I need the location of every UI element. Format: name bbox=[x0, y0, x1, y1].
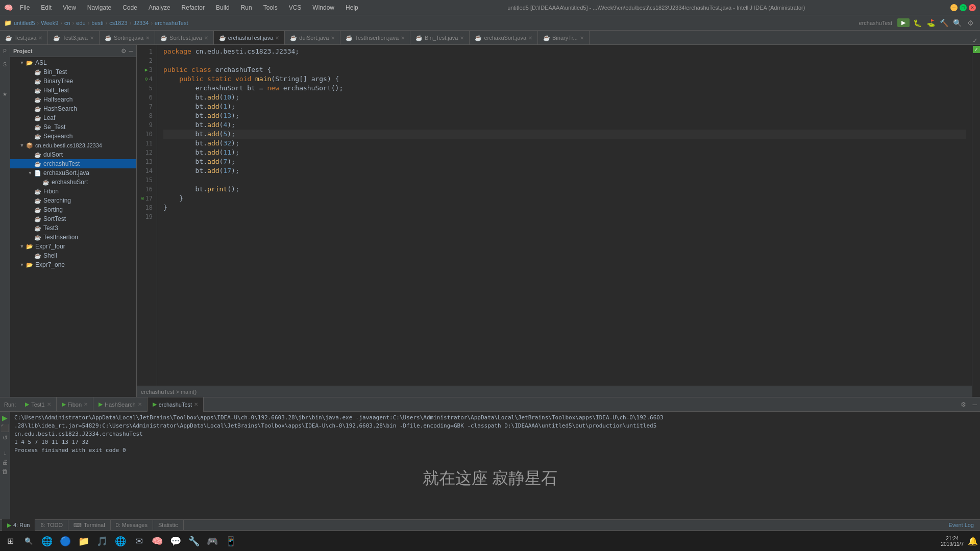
run-tab-test1[interactable]: ▶ Test1 ✕ bbox=[20, 397, 56, 412]
run-close-icon[interactable]: ─ bbox=[969, 401, 980, 408]
run-print-icon[interactable]: 🖨 bbox=[2, 459, 8, 466]
run-restart-icon[interactable]: ↺ bbox=[3, 434, 8, 441]
project-settings-icon[interactable]: ⚙ bbox=[121, 47, 127, 55]
tree-shell[interactable]: ☕ Shell bbox=[10, 251, 136, 260]
project-panel-icon[interactable]: P bbox=[1, 47, 9, 55]
tree-searching[interactable]: ☕ Searching bbox=[10, 196, 136, 205]
menu-code[interactable]: Code bbox=[118, 3, 141, 12]
tree-bin-test[interactable]: ☕ Bin_Test bbox=[10, 67, 136, 77]
run-settings-icon[interactable]: ⚙ bbox=[958, 401, 969, 408]
menu-run[interactable]: Run bbox=[237, 3, 256, 12]
menu-view[interactable]: View bbox=[59, 3, 80, 12]
menu-analyze[interactable]: Analyze bbox=[144, 3, 175, 12]
run-tab-close[interactable]: ✕ bbox=[138, 402, 142, 407]
tab-erchashutest-java[interactable]: ☕erchashuTest.java✕ bbox=[214, 31, 285, 44]
favorites-icon[interactable]: ★ bbox=[1, 90, 9, 98]
taskbar-mail-icon[interactable]: ✉ bbox=[131, 533, 147, 549]
taskbar-intellij-icon[interactable]: 🧠 bbox=[149, 533, 165, 549]
maximize-button[interactable]: □ bbox=[960, 4, 967, 11]
run-tab-close[interactable]: ✕ bbox=[47, 402, 51, 407]
tab-test3-java[interactable]: ☕Test3.java✕ bbox=[48, 31, 100, 44]
project-collapse-icon[interactable]: ─ bbox=[129, 47, 133, 55]
nav-crumb-erchashut[interactable]: erchashuTest bbox=[155, 20, 188, 26]
tree-erchaxusort-file[interactable]: ▼ 📄 erchaxuSort.java bbox=[10, 168, 136, 178]
windows-start-button[interactable]: ⊞ bbox=[2, 533, 18, 549]
coverage-button[interactable]: ⛳ bbox=[925, 17, 936, 29]
taskbar-phone-icon[interactable]: 📱 bbox=[223, 533, 239, 549]
close-button[interactable]: ✕ bbox=[969, 4, 976, 11]
settings-button[interactable]: ⚙ bbox=[965, 17, 976, 29]
tree-test3[interactable]: ☕ Test3 bbox=[10, 223, 136, 233]
tree-asl-folder[interactable]: ▼ 📂 ASL bbox=[10, 58, 136, 67]
menu-vcs[interactable]: VCS bbox=[285, 3, 306, 12]
event-log-link[interactable]: Event Log bbox=[944, 522, 978, 528]
expand-tabs-button[interactable]: ✓ bbox=[970, 37, 980, 44]
taskbar-chrome-icon[interactable]: 🌐 bbox=[112, 533, 129, 549]
menu-edit[interactable]: Edit bbox=[37, 3, 56, 12]
menu-navigate[interactable]: Navigate bbox=[83, 3, 115, 12]
tab-sorttest-java[interactable]: ☕SortTest.java✕ bbox=[155, 31, 214, 44]
run-tab-close[interactable]: ✕ bbox=[194, 402, 198, 407]
taskbar-game-icon[interactable]: 🎮 bbox=[204, 533, 220, 549]
taskbar-wechat-icon[interactable]: 💬 bbox=[167, 533, 184, 549]
tab-binarytree-java[interactable]: ☕BinaryTr...✕ bbox=[538, 31, 590, 44]
nav-crumb-besti[interactable]: besti bbox=[91, 20, 103, 26]
tree-binary-tree[interactable]: ☕ BinaryTree bbox=[10, 77, 136, 86]
code-editor[interactable]: package cn.edu.besti.cs1823.J2334; publi… bbox=[157, 45, 972, 386]
bottom-tab-messages[interactable]: 0: Messages bbox=[111, 519, 153, 531]
tree-testinsertion[interactable]: ☕ TestInsertion bbox=[10, 233, 136, 242]
tab-sorting-java[interactable]: ☕Sorting.java✕ bbox=[100, 31, 155, 44]
tab-erchaxusort-java[interactable]: ☕erchaxuSort.java✕ bbox=[470, 31, 538, 44]
tree-leaf[interactable]: ☕ Leaf bbox=[10, 113, 136, 122]
nav-crumb-week9[interactable]: Week9 bbox=[41, 20, 58, 26]
tree-sorttest[interactable]: ☕ SortTest bbox=[10, 214, 136, 223]
run-tab-close[interactable]: ✕ bbox=[84, 402, 88, 407]
minimize-button[interactable]: ─ bbox=[950, 4, 958, 11]
taskbar-notification[interactable]: 🔔 bbox=[968, 536, 978, 546]
run-button[interactable]: ▶ bbox=[897, 18, 910, 27]
build-button[interactable]: 🔨 bbox=[938, 17, 949, 29]
tab-test-java[interactable]: ☕Test.java✕ bbox=[0, 31, 48, 44]
tree-package-cn[interactable]: ▼ 📦 cn.edu.besti.cs1823.J2334 bbox=[10, 141, 136, 150]
run-trash-icon[interactable]: 🗑 bbox=[2, 468, 8, 475]
tab-bintest-java[interactable]: ☕Bin_Test.java✕ bbox=[410, 31, 470, 44]
nav-crumb-j2334[interactable]: J2334 bbox=[133, 20, 149, 26]
nav-crumb-untitled5[interactable]: untitled5 bbox=[14, 20, 35, 26]
nav-crumb-cs1823[interactable]: cs1823 bbox=[109, 20, 127, 26]
run-play-icon[interactable]: ▶ bbox=[2, 414, 8, 422]
run-tab-fibon[interactable]: ▶ Fibon ✕ bbox=[57, 397, 94, 412]
menu-window[interactable]: Window bbox=[308, 3, 338, 12]
bottom-tab-statistic[interactable]: Statistic bbox=[153, 519, 184, 531]
tree-fibon[interactable]: ☕ Fibon bbox=[10, 187, 136, 196]
search-everywhere[interactable]: 🔍 bbox=[951, 17, 963, 29]
tree-se-test[interactable]: ☕ Se_Test bbox=[10, 122, 136, 132]
tree-expr7-one[interactable]: ▼ 📂 Expr7_one bbox=[10, 260, 136, 269]
run-scroll-end-icon[interactable]: ↓ bbox=[4, 449, 7, 457]
run-tab-erchashut[interactable]: ▶ erchashuTest ✕ bbox=[148, 397, 204, 412]
menu-build[interactable]: Build bbox=[212, 3, 234, 12]
structure-icon[interactable]: S bbox=[1, 60, 9, 68]
tree-seqsearch[interactable]: ☕ Seqsearch bbox=[10, 132, 136, 141]
tab-duisort-java[interactable]: ☕duiSort.java✕ bbox=[285, 31, 340, 44]
menu-help[interactable]: Help bbox=[341, 3, 362, 12]
taskbar-netease-icon[interactable]: 🎵 bbox=[94, 533, 110, 549]
tree-expr7-four[interactable]: ▼ 📂 Expr7_four bbox=[10, 242, 136, 251]
tree-hashsearch[interactable]: ☕ HashSearch bbox=[10, 104, 136, 113]
tree-erchashu-sort[interactable]: ☕ erchashuSort bbox=[10, 178, 136, 187]
taskbar-ie-icon[interactable]: 🌐 bbox=[39, 533, 55, 549]
taskbar-settings-icon[interactable]: 🔧 bbox=[186, 533, 202, 549]
bottom-tab-todo[interactable]: 6: TODO bbox=[35, 519, 68, 531]
debug-button[interactable]: 🐛 bbox=[912, 17, 923, 29]
menu-refactor[interactable]: Refactor bbox=[178, 3, 209, 12]
bottom-tab-terminal[interactable]: ⌨ Terminal bbox=[68, 519, 111, 531]
bottom-tab-run[interactable]: ▶ 4: Run bbox=[2, 519, 35, 531]
menu-file[interactable]: File bbox=[16, 3, 34, 12]
taskbar-explorer-icon[interactable]: 📁 bbox=[76, 533, 92, 549]
tab-testinsertion-java[interactable]: ☕TestInsertion.java✕ bbox=[340, 31, 410, 44]
tree-erchashut[interactable]: ☕ erchashuTest bbox=[10, 159, 136, 168]
tree-sorting[interactable]: ☕ Sorting bbox=[10, 205, 136, 214]
run-tab-hashsearch[interactable]: ▶ HashSearch ✕ bbox=[93, 397, 148, 412]
taskbar-edge-icon[interactable]: 🔵 bbox=[57, 533, 74, 549]
nav-crumb-cn[interactable]: cn bbox=[64, 20, 70, 26]
tree-halfsearch[interactable]: ☕ Halfsearch bbox=[10, 95, 136, 104]
